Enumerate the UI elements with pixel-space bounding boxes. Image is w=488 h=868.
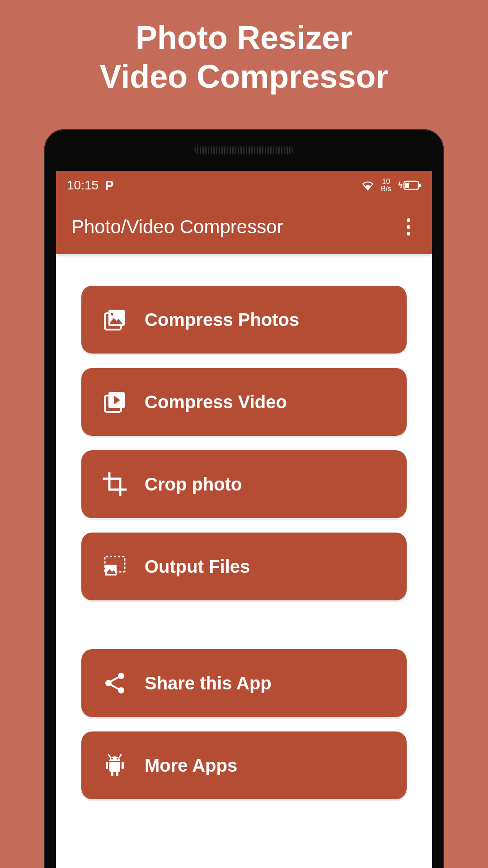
- crop-icon: [100, 470, 129, 499]
- main-menu: Compress Photos Compress Video: [56, 254, 432, 799]
- kebab-dot-icon: [407, 232, 410, 236]
- status-left: 10:15 P: [67, 178, 113, 193]
- android-p-icon: P: [105, 178, 113, 193]
- svg-rect-2: [419, 184, 421, 187]
- svg-point-6: [111, 313, 113, 316]
- phone-frame: 10:15 P 10 B/s ϟ: [44, 129, 444, 868]
- svg-point-13: [118, 687, 124, 693]
- svg-line-15: [110, 684, 119, 689]
- svg-rect-21: [111, 771, 113, 776]
- menu-item-label: Crop photo: [145, 474, 242, 495]
- kebab-dot-icon: [407, 218, 410, 222]
- menu-group-separator: [81, 615, 407, 635]
- network-speed-unit: B/s: [381, 185, 391, 193]
- svg-rect-18: [109, 762, 120, 772]
- menu-item-label: Compress Photos: [145, 310, 299, 330]
- svg-rect-20: [122, 762, 124, 769]
- photos-stack-icon: [100, 305, 129, 334]
- svg-point-17: [117, 758, 118, 760]
- share-icon: [100, 669, 129, 698]
- overflow-menu-button[interactable]: [399, 217, 418, 237]
- svg-text:ϟ: ϟ: [398, 181, 403, 190]
- svg-rect-3: [405, 183, 409, 188]
- svg-line-14: [110, 677, 119, 682]
- svg-point-11: [118, 673, 124, 679]
- output-files-button[interactable]: Output Files: [81, 533, 407, 600]
- phone-screen: 10:15 P 10 B/s ϟ: [56, 171, 432, 868]
- app-bar: Photo/Video Compressor: [56, 200, 432, 254]
- svg-rect-19: [106, 762, 108, 769]
- status-right: 10 B/s ϟ: [361, 178, 421, 193]
- phone-speaker: [194, 146, 294, 154]
- status-bar: 10:15 P 10 B/s ϟ: [56, 171, 432, 200]
- output-files-icon: [100, 552, 129, 581]
- menu-item-label: More Apps: [145, 755, 237, 776]
- svg-point-16: [111, 758, 113, 760]
- share-app-button[interactable]: Share this App: [81, 649, 407, 717]
- network-speed-value: 10: [381, 178, 391, 185]
- status-time: 10:15: [67, 178, 99, 193]
- svg-rect-10: [105, 565, 117, 576]
- battery-charging-icon: ϟ: [398, 180, 421, 191]
- svg-rect-22: [116, 771, 118, 776]
- headline-line-2: Video Compressor: [0, 57, 488, 96]
- kebab-dot-icon: [407, 225, 410, 229]
- menu-item-label: Compress Video: [145, 392, 287, 412]
- menu-item-label: Output Files: [145, 557, 250, 577]
- menu-item-label: Share this App: [145, 673, 272, 693]
- compress-video-button[interactable]: Compress Video: [81, 368, 407, 436]
- video-stack-icon: [100, 387, 129, 416]
- network-speed-indicator: 10 B/s: [381, 178, 391, 193]
- compress-photos-button[interactable]: Compress Photos: [81, 286, 407, 354]
- android-icon: [100, 751, 129, 780]
- more-apps-button[interactable]: More Apps: [81, 731, 407, 799]
- marketing-headline: Photo Resizer Video Compressor: [0, 0, 488, 96]
- headline-line-1: Photo Resizer: [0, 18, 488, 57]
- app-title: Photo/Video Compressor: [71, 216, 399, 238]
- crop-photo-button[interactable]: Crop photo: [81, 450, 407, 518]
- wifi-icon: [361, 180, 375, 191]
